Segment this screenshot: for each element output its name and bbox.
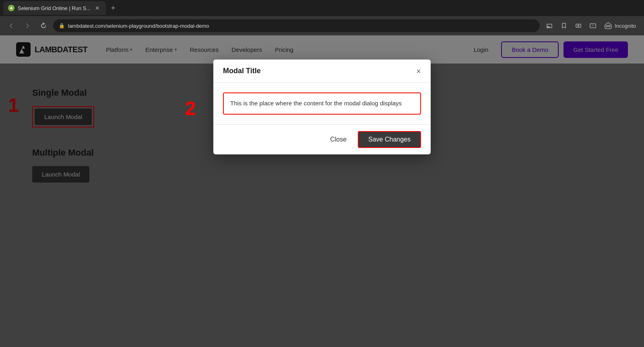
incognito-badge: Incognito xyxy=(601,22,639,30)
modal-close-button[interactable]: Close xyxy=(324,133,353,146)
modal-content-text: This is the place where the content for … xyxy=(223,92,421,115)
address-text: lambdatest.com/selenium-playground/boots… xyxy=(68,23,534,29)
tab-search-icon[interactable] xyxy=(572,19,585,32)
modal-close-x-button[interactable]: × xyxy=(416,67,421,75)
reload-button[interactable] xyxy=(37,19,50,32)
tab-favicon-icon xyxy=(8,5,14,11)
svg-rect-6 xyxy=(590,24,596,28)
back-button[interactable] xyxy=(5,19,18,32)
browser-chrome: Selenium Grid Online | Run S... ✕ + 🔒 la… xyxy=(0,0,644,347)
modal-dialog: Modal Title × This is the place where th… xyxy=(213,60,431,154)
tab-close-button[interactable]: ✕ xyxy=(94,4,101,12)
browser-nav-bar: 🔒 lambdatest.com/selenium-playground/boo… xyxy=(0,16,644,35)
browser-tab[interactable]: Selenium Grid Online | Run S... ✕ xyxy=(3,1,106,15)
modal-footer: Close Save Changes 3 xyxy=(213,124,431,154)
bookmark-icon[interactable] xyxy=(557,19,570,32)
new-tab-button[interactable]: + xyxy=(107,2,119,14)
tab-title: Selenium Grid Online | Run S... xyxy=(18,5,91,11)
svg-point-9 xyxy=(609,25,610,27)
annotation-2: 2 xyxy=(185,99,196,118)
svg-point-2 xyxy=(547,28,548,29)
address-bar[interactable]: 🔒 lambdatest.com/selenium-playground/boo… xyxy=(53,19,540,32)
modal-header: Modal Title × xyxy=(213,60,431,83)
modal-title: Modal Title xyxy=(223,67,261,75)
modal-body: This is the place where the content for … xyxy=(213,83,431,124)
forward-button[interactable] xyxy=(21,19,34,32)
tab-bar: Selenium Grid Online | Run S... ✕ + xyxy=(0,0,644,16)
incognito-label: Incognito xyxy=(615,23,636,29)
lock-icon: 🔒 xyxy=(59,23,65,29)
profile-icon[interactable] xyxy=(586,19,599,32)
svg-point-8 xyxy=(606,25,608,27)
modal-save-changes-button[interactable]: Save Changes xyxy=(358,131,421,148)
modal-overlay: 2 Modal Title × This is the place where … xyxy=(0,35,644,347)
page-area: LAMBDATEST Platform ▾ Enterprise ▾ Resou… xyxy=(0,35,644,347)
cast-icon[interactable] xyxy=(543,19,556,32)
browser-right-icons: Incognito xyxy=(543,19,639,32)
